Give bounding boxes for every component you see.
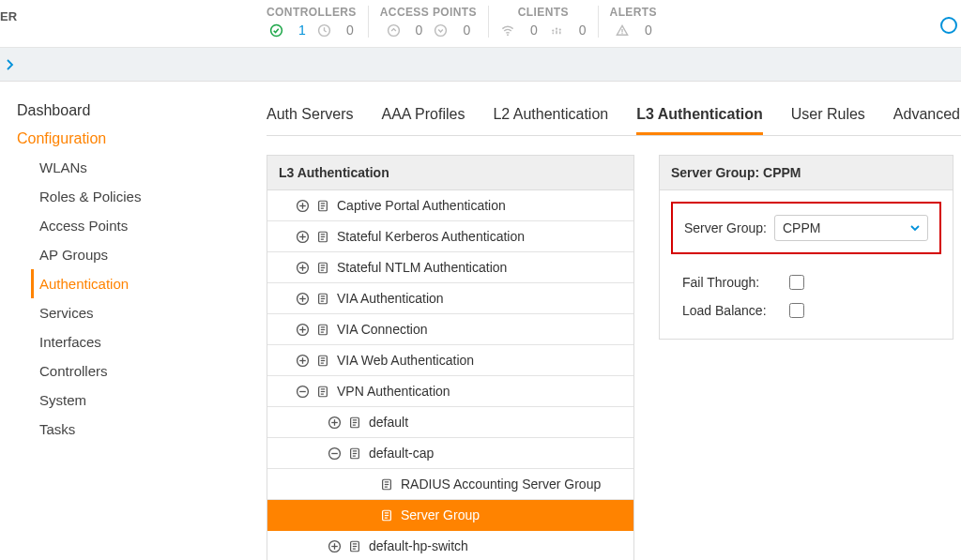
expand-icon[interactable]: [294, 197, 311, 214]
server-group-detail-panel: Server Group: CPPM Server Group: CPPM Fa…: [659, 155, 953, 340]
stat-alerts[interactable]: ALERTS 0: [599, 6, 668, 38]
svg-point-6: [556, 27, 557, 29]
sidebar-item-wlans[interactable]: WLANs: [39, 153, 238, 182]
tree-row-label: Server Group: [401, 507, 480, 522]
sidebar-item-authentication[interactable]: Authentication: [31, 269, 238, 298]
load-balance-label: Load Balance:: [682, 303, 769, 318]
breadcrumb-bar: [0, 48, 961, 82]
svg-point-3: [435, 24, 447, 36]
stat-aps-down: 0: [463, 23, 470, 38]
tabs: Auth Servers AAA Profiles L2 Authenticat…: [267, 98, 961, 136]
tree-row-label: Stateful NTLM Authentication: [337, 260, 507, 275]
tab-aaa-profiles[interactable]: AAA Profiles: [381, 98, 465, 135]
tree-row-label: VIA Authentication: [337, 291, 444, 306]
top-stats-bar: ER CONTROLLERS 1 0 ACCESS POINTS: [0, 0, 961, 48]
tab-auth-servers[interactable]: Auth Servers: [267, 98, 353, 135]
expand-icon[interactable]: [294, 352, 311, 369]
stat-alerts-label: ALERTS: [610, 6, 657, 19]
tree-row[interactable]: default: [267, 407, 633, 438]
sidebar-item-system[interactable]: System: [39, 386, 238, 415]
profile-icon: [316, 385, 329, 399]
stat-clients[interactable]: CLIENTS 0 0: [489, 6, 599, 38]
sidebar-top-dashboard[interactable]: Dashboard: [17, 97, 238, 125]
tree-row[interactable]: Captive Portal Authentication: [267, 190, 633, 221]
up-circle-icon: [387, 23, 401, 38]
tree-row-label: Stateful Kerberos Authentication: [337, 229, 525, 244]
chevron-right-icon[interactable]: [6, 59, 15, 70]
fail-through-label: Fail Through:: [682, 275, 769, 290]
tree-row[interactable]: VIA Connection: [267, 314, 633, 345]
wired-icon: [549, 23, 564, 38]
svg-point-7: [558, 28, 560, 30]
l3-auth-tree-panel: L3 Authentication Captive Portal Authent…: [267, 155, 634, 560]
profile-icon: [348, 416, 361, 430]
stat-clients-wireless: 0: [530, 23, 538, 38]
tree-row-label: default: [369, 415, 408, 430]
collapse-icon[interactable]: [326, 445, 343, 462]
sidebar-item-services[interactable]: Services: [39, 298, 238, 327]
svg-point-4: [507, 34, 509, 36]
stat-clients-label: CLIENTS: [500, 6, 587, 19]
stat-controllers-active: 1: [298, 23, 306, 38]
sidebar: Dashboard Configuration WLANs Roles & Po…: [0, 82, 238, 555]
sidebar-item-interfaces[interactable]: Interfaces: [39, 327, 238, 356]
stat-clients-wired: 0: [579, 23, 587, 38]
tree-row[interactable]: RADIUS Accounting Server Group: [267, 469, 633, 500]
tree-row[interactable]: default-cap: [267, 438, 633, 469]
expand-icon[interactable]: [326, 537, 343, 554]
tree-row-label: VIA Connection: [337, 322, 428, 337]
sidebar-item-access-points[interactable]: Access Points: [39, 211, 238, 240]
collapse-icon[interactable]: [294, 383, 311, 400]
tree-row-label: default-cap: [369, 446, 434, 461]
sidebar-top-configuration[interactable]: Configuration: [17, 125, 238, 153]
server-group-select-value[interactable]: CPPM: [774, 215, 928, 241]
server-group-highlight: Server Group: CPPM: [671, 202, 941, 254]
sidebar-item-roles-policies[interactable]: Roles & Policies: [39, 182, 238, 211]
stat-access-points[interactable]: ACCESS POINTS 0 0: [369, 6, 489, 38]
sidebar-item-ap-groups[interactable]: AP Groups: [39, 240, 238, 269]
tab-l2-authentication[interactable]: L2 Authentication: [493, 98, 608, 135]
stat-alerts-count: 0: [645, 23, 652, 38]
profile-icon: [348, 539, 361, 553]
expand-icon[interactable]: [294, 259, 311, 276]
l3-auth-tree-title: L3 Authentication: [267, 156, 633, 190]
profile-icon: [380, 508, 393, 522]
profile-icon: [380, 477, 393, 492]
check-circle-icon: [269, 23, 283, 38]
tree-row[interactable]: default-hp-switch: [267, 531, 633, 560]
alert-triangle-icon: [615, 23, 630, 38]
svg-point-2: [388, 24, 399, 36]
clock-icon: [317, 23, 331, 38]
tab-advanced[interactable]: Advanced: [893, 98, 960, 135]
sidebar-item-tasks[interactable]: Tasks: [39, 415, 238, 444]
server-group-select[interactable]: CPPM: [774, 215, 928, 241]
server-group-label: Server Group:: [684, 220, 767, 235]
tab-l3-authentication[interactable]: L3 Authentication: [636, 98, 763, 135]
fail-through-row: Fail Through:: [671, 271, 941, 294]
stat-controllers[interactable]: CONTROLLERS 1 0: [255, 6, 369, 38]
profile-icon: [316, 323, 329, 337]
tree-row-label: Captive Portal Authentication: [337, 198, 506, 213]
expand-icon[interactable]: [294, 321, 311, 338]
tree-row[interactable]: VPN Authentication: [267, 376, 633, 407]
tree-row[interactable]: Server Group: [267, 500, 633, 531]
load-balance-row: Load Balance:: [671, 299, 941, 322]
tree-row[interactable]: Stateful Kerberos Authentication: [267, 221, 633, 252]
expand-icon[interactable]: [294, 228, 311, 245]
page-title-fragment: ER: [0, 6, 19, 23]
profile-icon: [316, 230, 329, 244]
expand-icon[interactable]: [294, 290, 311, 307]
tree-row-label: VPN Authentication: [337, 384, 450, 399]
tree-row[interactable]: Stateful NTLM Authentication: [267, 252, 633, 283]
help-icon[interactable]: [940, 17, 957, 34]
tree-row[interactable]: VIA Web Authentication: [267, 345, 633, 376]
tree-row[interactable]: VIA Authentication: [267, 283, 633, 314]
stat-aps-up: 0: [416, 23, 423, 38]
load-balance-checkbox[interactable]: [789, 303, 804, 318]
sidebar-item-controllers[interactable]: Controllers: [39, 356, 238, 386]
tab-user-rules[interactable]: User Rules: [791, 98, 865, 135]
expand-icon[interactable]: [326, 414, 343, 431]
profile-icon: [316, 261, 329, 275]
fail-through-checkbox[interactable]: [789, 275, 804, 290]
profile-icon: [316, 354, 329, 368]
